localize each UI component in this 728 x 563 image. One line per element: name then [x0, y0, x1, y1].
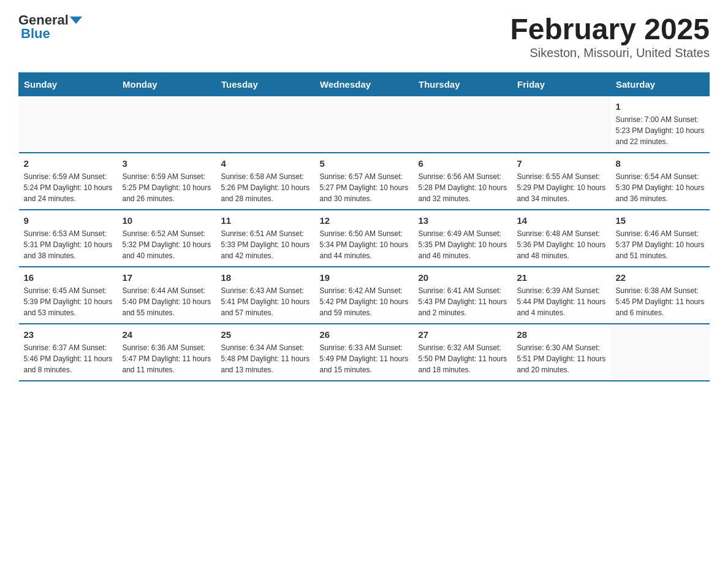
day-info: Sunrise: 6:59 AM Sunset: 5:25 PM Dayligh… — [123, 171, 211, 204]
calendar-week-row: 9Sunrise: 6:53 AM Sunset: 5:31 PM Daylig… — [19, 210, 710, 267]
day-number: 1 — [616, 101, 705, 112]
day-info: Sunrise: 6:51 AM Sunset: 5:33 PM Dayligh… — [221, 228, 310, 261]
table-row — [216, 96, 315, 153]
day-info: Sunrise: 6:57 AM Sunset: 5:27 PM Dayligh… — [320, 171, 409, 204]
table-row — [512, 96, 611, 153]
day-number: 21 — [517, 272, 606, 283]
table-row: 9Sunrise: 6:53 AM Sunset: 5:31 PM Daylig… — [19, 210, 118, 267]
table-row: 24Sunrise: 6:36 AM Sunset: 5:47 PM Dayli… — [118, 324, 216, 381]
table-row: 27Sunrise: 6:32 AM Sunset: 5:50 PM Dayli… — [414, 324, 512, 381]
header-monday: Monday — [118, 73, 216, 96]
day-number: 5 — [320, 158, 409, 169]
table-row: 5Sunrise: 6:57 AM Sunset: 5:27 PM Daylig… — [315, 153, 414, 210]
day-info: Sunrise: 6:56 AM Sunset: 5:28 PM Dayligh… — [419, 171, 507, 204]
table-row: 19Sunrise: 6:42 AM Sunset: 5:42 PM Dayli… — [315, 267, 414, 324]
table-row: 11Sunrise: 6:51 AM Sunset: 5:33 PM Dayli… — [216, 210, 315, 267]
table-row: 2Sunrise: 6:59 AM Sunset: 5:24 PM Daylig… — [19, 153, 118, 210]
table-row: 21Sunrise: 6:39 AM Sunset: 5:44 PM Dayli… — [512, 267, 611, 324]
day-number: 24 — [123, 329, 211, 340]
table-row: 16Sunrise: 6:45 AM Sunset: 5:39 PM Dayli… — [19, 267, 118, 324]
header-tuesday: Tuesday — [216, 73, 315, 96]
day-info: Sunrise: 6:49 AM Sunset: 5:35 PM Dayligh… — [419, 228, 507, 261]
table-row: 26Sunrise: 6:33 AM Sunset: 5:49 PM Dayli… — [315, 324, 414, 381]
page-header: General Blue February 2025 Sikeston, Mis… — [18, 12, 710, 60]
table-row: 15Sunrise: 6:46 AM Sunset: 5:37 PM Dayli… — [611, 210, 710, 267]
day-number: 23 — [24, 329, 113, 340]
calendar-title: February 2025 — [510, 12, 710, 46]
day-info: Sunrise: 6:43 AM Sunset: 5:41 PM Dayligh… — [221, 285, 310, 318]
day-number: 12 — [320, 215, 409, 226]
day-info: Sunrise: 6:34 AM Sunset: 5:48 PM Dayligh… — [221, 342, 310, 375]
table-row: 25Sunrise: 6:34 AM Sunset: 5:48 PM Dayli… — [216, 324, 315, 381]
day-info: Sunrise: 7:00 AM Sunset: 5:23 PM Dayligh… — [616, 114, 705, 147]
title-area: February 2025 Sikeston, Missouri, United… — [510, 12, 710, 60]
calendar-week-row: 23Sunrise: 6:37 AM Sunset: 5:46 PM Dayli… — [19, 324, 710, 381]
calendar-subtitle: Sikeston, Missouri, United States — [510, 46, 710, 60]
day-info: Sunrise: 6:54 AM Sunset: 5:30 PM Dayligh… — [616, 171, 705, 204]
table-row — [19, 96, 118, 153]
day-info: Sunrise: 6:42 AM Sunset: 5:42 PM Dayligh… — [320, 285, 409, 318]
table-row: 6Sunrise: 6:56 AM Sunset: 5:28 PM Daylig… — [414, 153, 512, 210]
day-number: 22 — [616, 272, 705, 283]
day-number: 26 — [320, 329, 409, 340]
logo: General Blue — [18, 12, 83, 42]
day-info: Sunrise: 6:55 AM Sunset: 5:29 PM Dayligh… — [517, 171, 606, 204]
header-saturday: Saturday — [611, 73, 710, 96]
day-number: 11 — [221, 215, 310, 226]
table-row: 3Sunrise: 6:59 AM Sunset: 5:25 PM Daylig… — [118, 153, 216, 210]
day-info: Sunrise: 6:39 AM Sunset: 5:44 PM Dayligh… — [517, 285, 606, 318]
table-row: 20Sunrise: 6:41 AM Sunset: 5:43 PM Dayli… — [414, 267, 512, 324]
table-row: 7Sunrise: 6:55 AM Sunset: 5:29 PM Daylig… — [512, 153, 611, 210]
day-number: 13 — [419, 215, 507, 226]
day-info: Sunrise: 6:58 AM Sunset: 5:26 PM Dayligh… — [221, 171, 310, 204]
day-info: Sunrise: 6:38 AM Sunset: 5:45 PM Dayligh… — [616, 285, 705, 318]
day-number: 25 — [221, 329, 310, 340]
day-number: 8 — [616, 158, 705, 169]
calendar-week-row: 1Sunrise: 7:00 AM Sunset: 5:23 PM Daylig… — [19, 96, 710, 153]
logo-arrow-icon — [70, 17, 82, 24]
day-info: Sunrise: 6:52 AM Sunset: 5:32 PM Dayligh… — [123, 228, 211, 261]
table-row: 28Sunrise: 6:30 AM Sunset: 5:51 PM Dayli… — [512, 324, 611, 381]
table-row: 14Sunrise: 6:48 AM Sunset: 5:36 PM Dayli… — [512, 210, 611, 267]
table-row: 17Sunrise: 6:44 AM Sunset: 5:40 PM Dayli… — [118, 267, 216, 324]
table-row: 10Sunrise: 6:52 AM Sunset: 5:32 PM Dayli… — [118, 210, 216, 267]
day-number: 14 — [517, 215, 606, 226]
table-row: 23Sunrise: 6:37 AM Sunset: 5:46 PM Dayli… — [19, 324, 118, 381]
header-sunday: Sunday — [19, 73, 118, 96]
table-row: 22Sunrise: 6:38 AM Sunset: 5:45 PM Dayli… — [611, 267, 710, 324]
day-info: Sunrise: 6:48 AM Sunset: 5:36 PM Dayligh… — [517, 228, 606, 261]
day-number: 10 — [123, 215, 211, 226]
day-info: Sunrise: 6:33 AM Sunset: 5:49 PM Dayligh… — [320, 342, 409, 375]
day-number: 17 — [123, 272, 211, 283]
day-info: Sunrise: 6:36 AM Sunset: 5:47 PM Dayligh… — [123, 342, 211, 375]
table-row: 13Sunrise: 6:49 AM Sunset: 5:35 PM Dayli… — [414, 210, 512, 267]
day-number: 27 — [419, 329, 507, 340]
table-row: 4Sunrise: 6:58 AM Sunset: 5:26 PM Daylig… — [216, 153, 315, 210]
calendar-header-row: Sunday Monday Tuesday Wednesday Thursday… — [19, 73, 710, 96]
table-row: 1Sunrise: 7:00 AM Sunset: 5:23 PM Daylig… — [611, 96, 710, 153]
table-row — [611, 324, 710, 381]
day-info: Sunrise: 6:50 AM Sunset: 5:34 PM Dayligh… — [320, 228, 409, 261]
day-number: 18 — [221, 272, 310, 283]
day-info: Sunrise: 6:59 AM Sunset: 5:24 PM Dayligh… — [24, 171, 113, 204]
day-info: Sunrise: 6:46 AM Sunset: 5:37 PM Dayligh… — [616, 228, 705, 261]
day-number: 7 — [517, 158, 606, 169]
header-friday: Friday — [512, 73, 611, 96]
day-number: 15 — [616, 215, 705, 226]
day-info: Sunrise: 6:37 AM Sunset: 5:46 PM Dayligh… — [24, 342, 113, 375]
day-number: 2 — [24, 158, 113, 169]
header-thursday: Thursday — [414, 73, 512, 96]
day-number: 3 — [123, 158, 211, 169]
day-number: 16 — [24, 272, 113, 283]
table-row: 8Sunrise: 6:54 AM Sunset: 5:30 PM Daylig… — [611, 153, 710, 210]
table-row — [315, 96, 414, 153]
table-row: 12Sunrise: 6:50 AM Sunset: 5:34 PM Dayli… — [315, 210, 414, 267]
calendar-week-row: 2Sunrise: 6:59 AM Sunset: 5:24 PM Daylig… — [19, 153, 710, 210]
day-info: Sunrise: 6:41 AM Sunset: 5:43 PM Dayligh… — [419, 285, 507, 318]
calendar-week-row: 16Sunrise: 6:45 AM Sunset: 5:39 PM Dayli… — [19, 267, 710, 324]
day-info: Sunrise: 6:32 AM Sunset: 5:50 PM Dayligh… — [419, 342, 507, 375]
day-info: Sunrise: 6:53 AM Sunset: 5:31 PM Dayligh… — [24, 228, 113, 261]
table-row — [414, 96, 512, 153]
calendar-table: Sunday Monday Tuesday Wednesday Thursday… — [18, 72, 710, 381]
header-wednesday: Wednesday — [315, 73, 414, 96]
